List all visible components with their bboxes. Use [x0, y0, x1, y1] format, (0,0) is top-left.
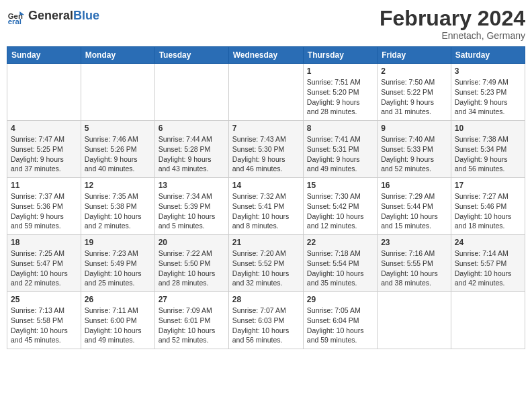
- day-number: 3: [455, 66, 521, 76]
- col-sunday: Sunday: [7, 47, 81, 64]
- calendar-cell: 18Sunrise: 7:25 AM Sunset: 5:47 PM Dayli…: [7, 235, 81, 292]
- calendar-cell: 23Sunrise: 7:16 AM Sunset: 5:55 PM Dayli…: [378, 235, 451, 292]
- day-info: Sunrise: 7:37 AM Sunset: 5:36 PM Dayligh…: [11, 191, 77, 231]
- day-number: 6: [159, 124, 225, 133]
- location: Ennetach, Germany: [380, 30, 525, 41]
- calendar-week-4: 18Sunrise: 7:25 AM Sunset: 5:47 PM Dayli…: [7, 235, 525, 292]
- day-number: 15: [307, 181, 373, 190]
- day-number: 18: [11, 238, 77, 247]
- day-number: 21: [232, 238, 300, 247]
- logo-general-text: General: [28, 9, 73, 22]
- calendar-cell: 22Sunrise: 7:18 AM Sunset: 5:54 PM Dayli…: [303, 235, 377, 292]
- day-info: Sunrise: 7:29 AM Sunset: 5:44 PM Dayligh…: [381, 191, 447, 231]
- calendar-week-1: 1Sunrise: 7:51 AM Sunset: 5:20 PM Daylig…: [7, 64, 525, 121]
- day-number: 9: [381, 124, 447, 133]
- calendar-cell: 20Sunrise: 7:22 AM Sunset: 5:50 PM Dayli…: [154, 235, 228, 292]
- col-wednesday: Wednesday: [228, 47, 303, 64]
- calendar-cell: 12Sunrise: 7:35 AM Sunset: 5:38 PM Dayli…: [81, 178, 154, 235]
- calendar-cell: 13Sunrise: 7:34 AM Sunset: 5:39 PM Dayli…: [154, 178, 228, 235]
- day-info: Sunrise: 7:20 AM Sunset: 5:52 PM Dayligh…: [232, 248, 300, 288]
- col-friday: Friday: [378, 47, 451, 64]
- calendar-cell: 11Sunrise: 7:37 AM Sunset: 5:36 PM Dayli…: [7, 178, 81, 235]
- day-info: Sunrise: 7:22 AM Sunset: 5:50 PM Dayligh…: [159, 248, 225, 288]
- day-number: 8: [307, 124, 373, 133]
- calendar-cell: 9Sunrise: 7:40 AM Sunset: 5:33 PM Daylig…: [378, 121, 451, 178]
- calendar-cell: 4Sunrise: 7:47 AM Sunset: 5:25 PM Daylig…: [7, 121, 81, 178]
- calendar-cell: 24Sunrise: 7:14 AM Sunset: 5:57 PM Dayli…: [451, 235, 525, 292]
- page-header: Gen eral GeneralBlue February 2024 Ennet…: [7, 7, 525, 41]
- day-info: Sunrise: 7:27 AM Sunset: 5:46 PM Dayligh…: [455, 191, 521, 231]
- day-number: 16: [381, 181, 447, 190]
- day-info: Sunrise: 7:44 AM Sunset: 5:28 PM Dayligh…: [159, 134, 225, 174]
- calendar-cell: [228, 64, 303, 121]
- day-number: 5: [85, 124, 151, 133]
- day-number: 19: [85, 238, 151, 247]
- day-info: Sunrise: 7:25 AM Sunset: 5:47 PM Dayligh…: [11, 248, 77, 288]
- month-title: February 2024: [380, 7, 525, 30]
- day-number: 28: [232, 295, 300, 304]
- title-area: February 2024 Ennetach, Germany: [380, 7, 525, 41]
- day-number: 25: [11, 295, 77, 304]
- calendar-cell: 1Sunrise: 7:51 AM Sunset: 5:20 PM Daylig…: [303, 64, 377, 121]
- day-number: 24: [455, 238, 521, 247]
- calendar-cell: [451, 292, 525, 349]
- day-info: Sunrise: 7:23 AM Sunset: 5:49 PM Dayligh…: [85, 248, 151, 288]
- day-info: Sunrise: 7:13 AM Sunset: 5:58 PM Dayligh…: [11, 306, 77, 345]
- calendar-cell: 8Sunrise: 7:41 AM Sunset: 5:31 PM Daylig…: [303, 121, 377, 178]
- day-number: 14: [232, 181, 300, 190]
- calendar-cell: 25Sunrise: 7:13 AM Sunset: 5:58 PM Dayli…: [7, 292, 81, 349]
- day-info: Sunrise: 7:16 AM Sunset: 5:55 PM Dayligh…: [381, 248, 447, 288]
- day-info: Sunrise: 7:32 AM Sunset: 5:41 PM Dayligh…: [232, 191, 300, 231]
- day-number: 29: [307, 295, 373, 304]
- day-info: Sunrise: 7:14 AM Sunset: 5:57 PM Dayligh…: [455, 248, 521, 288]
- calendar-cell: 16Sunrise: 7:29 AM Sunset: 5:44 PM Dayli…: [378, 178, 451, 235]
- day-info: Sunrise: 7:47 AM Sunset: 5:25 PM Dayligh…: [11, 134, 77, 174]
- calendar-cell: 17Sunrise: 7:27 AM Sunset: 5:46 PM Dayli…: [451, 178, 525, 235]
- day-info: Sunrise: 7:11 AM Sunset: 6:00 PM Dayligh…: [85, 306, 151, 345]
- calendar-cell: 28Sunrise: 7:07 AM Sunset: 6:03 PM Dayli…: [228, 292, 303, 349]
- calendar-cell: 2Sunrise: 7:50 AM Sunset: 5:22 PM Daylig…: [378, 64, 451, 121]
- calendar-header-row: Sunday Monday Tuesday Wednesday Thursday…: [7, 47, 525, 64]
- calendar-cell: [154, 64, 228, 121]
- day-number: 11: [11, 181, 77, 190]
- calendar-cell: 3Sunrise: 7:49 AM Sunset: 5:23 PM Daylig…: [451, 64, 525, 121]
- day-number: 20: [159, 238, 225, 247]
- day-number: 12: [85, 181, 151, 190]
- col-tuesday: Tuesday: [154, 47, 228, 64]
- calendar-cell: 27Sunrise: 7:09 AM Sunset: 6:01 PM Dayli…: [154, 292, 228, 349]
- day-number: 4: [11, 124, 77, 133]
- calendar-table: Sunday Monday Tuesday Wednesday Thursday…: [7, 46, 525, 349]
- day-info: Sunrise: 7:35 AM Sunset: 5:38 PM Dayligh…: [85, 191, 151, 231]
- day-info: Sunrise: 7:05 AM Sunset: 6:04 PM Dayligh…: [307, 306, 373, 345]
- logo: Gen eral GeneralBlue: [7, 7, 99, 26]
- day-number: 17: [455, 181, 521, 190]
- day-number: 26: [85, 295, 151, 304]
- day-info: Sunrise: 7:50 AM Sunset: 5:22 PM Dayligh…: [381, 77, 447, 117]
- day-info: Sunrise: 7:49 AM Sunset: 5:23 PM Dayligh…: [455, 77, 521, 117]
- day-number: 10: [455, 124, 521, 133]
- calendar-cell: 21Sunrise: 7:20 AM Sunset: 5:52 PM Dayli…: [228, 235, 303, 292]
- col-thursday: Thursday: [303, 47, 377, 64]
- day-info: Sunrise: 7:38 AM Sunset: 5:34 PM Dayligh…: [455, 134, 521, 174]
- col-monday: Monday: [81, 47, 154, 64]
- col-saturday: Saturday: [451, 47, 525, 64]
- calendar-cell: [378, 292, 451, 349]
- day-number: 22: [307, 238, 373, 247]
- calendar-cell: [81, 64, 154, 121]
- day-info: Sunrise: 7:34 AM Sunset: 5:39 PM Dayligh…: [159, 191, 225, 231]
- svg-text:eral: eral: [8, 17, 21, 26]
- calendar-cell: [7, 64, 81, 121]
- day-info: Sunrise: 7:18 AM Sunset: 5:54 PM Dayligh…: [307, 248, 373, 288]
- calendar-cell: 19Sunrise: 7:23 AM Sunset: 5:49 PM Dayli…: [81, 235, 154, 292]
- calendar-week-5: 25Sunrise: 7:13 AM Sunset: 5:58 PM Dayli…: [7, 292, 525, 349]
- day-info: Sunrise: 7:07 AM Sunset: 6:03 PM Dayligh…: [232, 306, 300, 345]
- calendar-cell: 15Sunrise: 7:30 AM Sunset: 5:42 PM Dayli…: [303, 178, 377, 235]
- day-info: Sunrise: 7:09 AM Sunset: 6:01 PM Dayligh…: [159, 306, 225, 345]
- calendar-cell: 14Sunrise: 7:32 AM Sunset: 5:41 PM Dayli…: [228, 178, 303, 235]
- logo-blue-text: Blue: [73, 9, 99, 22]
- day-info: Sunrise: 7:43 AM Sunset: 5:30 PM Dayligh…: [232, 134, 300, 174]
- calendar-cell: 6Sunrise: 7:44 AM Sunset: 5:28 PM Daylig…: [154, 121, 228, 178]
- day-number: 7: [232, 124, 300, 133]
- day-info: Sunrise: 7:41 AM Sunset: 5:31 PM Dayligh…: [307, 134, 373, 174]
- day-info: Sunrise: 7:46 AM Sunset: 5:26 PM Dayligh…: [85, 134, 151, 174]
